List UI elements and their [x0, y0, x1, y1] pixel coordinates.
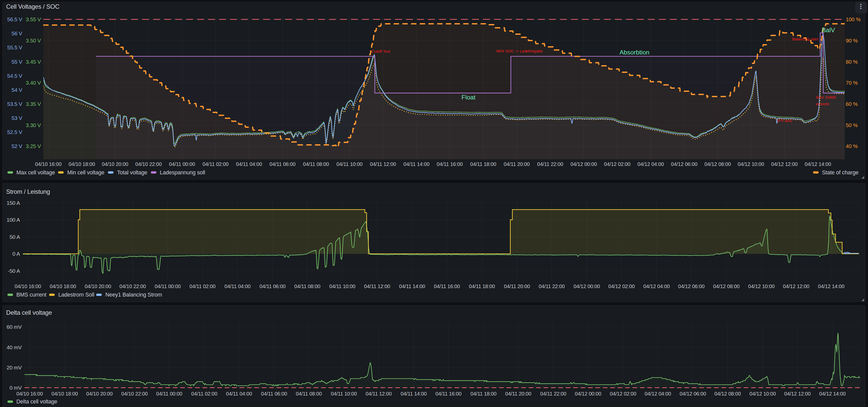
svg-text:04/12 06:00: 04/12 06:00 [680, 391, 706, 397]
svg-text:04/11 00:00: 04/11 00:00 [169, 161, 195, 167]
svg-text:04/11 22:00: 04/11 22:00 [539, 284, 565, 289]
svg-text:04/11 22:00: 04/11 22:00 [540, 391, 566, 397]
svg-text:90 %: 90 % [846, 38, 858, 43]
svg-text:04/12 10:00: 04/12 10:00 [738, 161, 764, 167]
svg-text:04/11 16:00: 04/11 16:00 [434, 284, 460, 289]
svg-text:(PV aus): (PV aus) [777, 118, 792, 123]
svg-text:3.30 V: 3.30 V [26, 122, 41, 128]
svg-text:53.5 V: 53.5 V [7, 101, 22, 107]
svg-text:04/10 18:00: 04/10 18:00 [52, 391, 78, 397]
svg-text:Delta cell voltage: Delta cell voltage [17, 399, 57, 405]
svg-text:04/12 02:00: 04/12 02:00 [604, 161, 630, 167]
svg-text:04/12 04:00: 04/12 04:00 [643, 284, 670, 289]
svg-text:04/12 00:00: 04/12 00:00 [575, 391, 601, 397]
svg-text:60 %: 60 % [846, 101, 858, 107]
svg-text:04/11 06:00: 04/11 06:00 [261, 391, 287, 397]
svg-text:04/11 00:00: 04/11 00:00 [155, 284, 181, 289]
svg-text:04/10 20:00: 04/10 20:00 [102, 161, 128, 167]
svg-text:04/10 16:00: 04/10 16:00 [35, 161, 62, 167]
svg-text:04/11 10:00: 04/11 10:00 [337, 161, 363, 167]
svg-text:04/12 10:00: 04/12 10:00 [749, 391, 776, 397]
svg-text:04/12 10:00: 04/12 10:00 [748, 284, 775, 289]
svg-text:BalV: BalV [822, 27, 835, 33]
svg-text:04/10 16:00: 04/10 16:00 [17, 391, 43, 397]
svg-text:Ladespannung soll: Ladespannung soll [160, 169, 205, 176]
svg-text:04/11 10:00: 04/11 10:00 [329, 284, 355, 289]
svg-text:Cell Voltages / SOC: Cell Voltages / SOC [6, 3, 59, 10]
svg-text:04/11 02:00: 04/11 02:00 [203, 161, 228, 167]
svg-text:04/12 06:00: 04/12 06:00 [671, 161, 698, 167]
svg-text:04/11 02:00: 04/11 02:00 [189, 284, 216, 289]
svg-text:Balancing start: Balancing start [792, 37, 818, 41]
svg-text:3.45 V: 3.45 V [26, 59, 41, 65]
svg-text:04/10 18:00: 04/10 18:00 [68, 161, 95, 167]
svg-text:04/11 08:00: 04/11 08:00 [296, 391, 322, 397]
svg-text:Cutoff Test: Cutoff Test [371, 49, 391, 54]
svg-text:04/11 04:00: 04/11 04:00 [226, 391, 252, 397]
svg-text:04/11 04:00: 04/11 04:00 [224, 284, 251, 289]
svg-text:04/11 14:00: 04/11 14:00 [403, 161, 430, 167]
svg-text:04/11 18:00: 04/11 18:00 [469, 284, 495, 289]
svg-text:04/12 12:00: 04/12 12:00 [783, 284, 809, 289]
svg-text:0 mV: 0 mV [9, 385, 22, 390]
svg-text:04/12 14:00: 04/12 14:00 [805, 161, 831, 167]
svg-text:150 A: 150 A [7, 200, 20, 206]
svg-text:04/11 12:00: 04/11 12:00 [366, 391, 392, 397]
svg-text:Delta cell voltage: Delta cell voltage [6, 309, 52, 316]
svg-text:04/10 16:00: 04/10 16:00 [14, 284, 41, 289]
svg-text:Min cell voltage: Min cell voltage [67, 169, 104, 176]
svg-text:04/10 22:00: 04/10 22:00 [119, 284, 146, 289]
svg-text:Float: Float [462, 94, 475, 101]
svg-text:52 V: 52 V [11, 143, 22, 149]
svg-text:04/12 08:00: 04/12 08:00 [713, 284, 740, 289]
svg-text:04/11 18:00: 04/11 18:00 [470, 391, 497, 397]
svg-text:52.5 V: 52.5 V [7, 129, 22, 135]
svg-text:04/12 14:00: 04/12 14:00 [818, 284, 844, 289]
svg-text:04/12 12:00: 04/12 12:00 [771, 161, 798, 167]
svg-text:55.5 V: 55.5 V [7, 44, 22, 50]
svg-text:53 V: 53 V [11, 115, 22, 121]
svg-text:04/11 06:00: 04/11 06:00 [270, 161, 296, 167]
svg-text:04/12 02:00: 04/12 02:00 [608, 284, 635, 289]
svg-text:04/12 04:00: 04/12 04:00 [645, 391, 671, 397]
svg-text:54.5 V: 54.5 V [7, 73, 22, 79]
svg-text:Absorbtion: Absorbtion [619, 49, 649, 56]
svg-text:70 %: 70 % [846, 80, 858, 86]
svg-text:04/11 02:00: 04/11 02:00 [191, 391, 217, 397]
svg-text:5mV Zelldif: 5mV Zelldif [816, 95, 836, 99]
svg-text:04/10 18:00: 04/10 18:00 [50, 284, 76, 289]
svg-text:04/11 16:00: 04/11 16:00 [435, 391, 462, 397]
svg-text:100 %: 100 % [846, 17, 861, 22]
svg-text:Ladestrom Soll: Ladestrom Soll [58, 292, 94, 298]
svg-text:54 V: 54 V [11, 87, 22, 93]
svg-text:04/12 00:00: 04/12 00:00 [570, 161, 597, 167]
svg-text:04/11 20:00: 04/11 20:00 [504, 284, 530, 289]
svg-text:96% SOC -> Ladefreigabe: 96% SOC -> Ladefreigabe [496, 49, 543, 53]
svg-text:55 V: 55 V [11, 59, 22, 65]
svg-text:3.50 V: 3.50 V [26, 38, 41, 43]
svg-text:04/11 12:00: 04/11 12:00 [364, 284, 390, 289]
svg-text:04/11 22:00: 04/11 22:00 [537, 161, 563, 167]
svg-text:04/12 06:00: 04/12 06:00 [678, 284, 705, 289]
svg-text:04/11 20:00: 04/11 20:00 [504, 161, 530, 167]
svg-text:04/11 00:00: 04/11 00:00 [156, 391, 182, 397]
svg-text:04/12 08:00: 04/12 08:00 [714, 391, 741, 397]
svg-text:04/10 22:00: 04/10 22:00 [135, 161, 162, 167]
svg-text:0 A: 0 A [12, 251, 20, 257]
svg-text:04/10 20:00: 04/10 20:00 [85, 284, 111, 289]
svg-text:erreicht: erreicht [816, 102, 829, 106]
svg-text:60 mV: 60 mV [7, 324, 22, 330]
svg-text:04/11 08:00: 04/11 08:00 [294, 284, 320, 289]
svg-text:3.35 V: 3.35 V [26, 101, 41, 107]
svg-text:50 %: 50 % [846, 122, 858, 128]
svg-text:Total voltage: Total voltage [117, 169, 147, 176]
svg-text:04/11 12:00: 04/11 12:00 [370, 161, 396, 167]
svg-text:20 mV: 20 mV [7, 365, 22, 370]
svg-text:State of charge: State of charge [822, 169, 859, 176]
svg-text:04/12 08:00: 04/12 08:00 [704, 161, 731, 167]
svg-text:3.25 V: 3.25 V [26, 143, 41, 149]
svg-text:BMS current: BMS current [17, 292, 46, 298]
svg-text:04/12 14:00: 04/12 14:00 [819, 391, 846, 397]
svg-text:80 %: 80 % [846, 59, 858, 65]
svg-text:Max cell voltage: Max cell voltage [17, 169, 55, 176]
